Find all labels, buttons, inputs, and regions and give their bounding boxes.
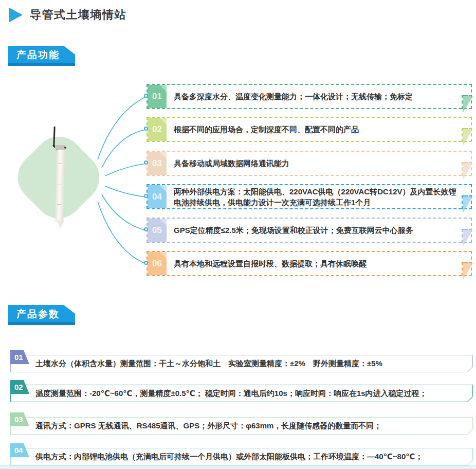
corner-fold-icon <box>462 195 472 209</box>
corner-fold-icon <box>462 162 472 176</box>
param-text: 通讯方式：GPRS 无线通讯、RS485通讯、GPS；外形尺寸：φ63mm，长度… <box>35 421 381 431</box>
feature-item-3: 03 具备移动或局域数据网络通讯能力 <box>147 151 472 176</box>
header-triangle-icon <box>9 8 23 22</box>
features-section-badge: 产品功能 <box>8 46 75 66</box>
corner-fold-icon <box>462 128 472 142</box>
feature-text: 根据不同的应用场合，定制深度不同、配置不同的产品 <box>167 124 471 135</box>
feature-text: 具备移动或局域数据网络通讯能力 <box>167 158 471 169</box>
feature-text: 两种外部供电方案：太阳能供电、220VAC供电（220VAC转DC12V）及内置… <box>167 186 471 208</box>
feature-item-2: 02 根据不同的应用场合，定制深度不同、配置不同的产品 <box>147 117 472 142</box>
feature-item-4: 04 两种外部供电方案：太阳能供电、220VAC供电（220VAC转DC12V）… <box>147 184 472 209</box>
connector-line-6 <box>98 202 146 264</box>
feature-item-1: 01 具备多深度水分、温度变化测量能力；一体化设计；无线传输；免标定 <box>147 84 472 109</box>
params-section-badge: 产品参数 <box>8 305 75 325</box>
connector-line-5 <box>102 194 146 230</box>
param-number-tab: 02 <box>10 380 29 394</box>
feature-text: 具备多深度水分、温度变化测量能力；一体化设计；无线传输；免标定 <box>167 91 471 102</box>
param-text: 土壤水分（体积含水量）测量范围：干土～水分饱和土 实验室测量精度：±2% 野外测… <box>35 359 382 369</box>
corner-fold-icon <box>462 229 472 243</box>
soil-moisture-probe-image <box>56 149 65 222</box>
connector-line-1 <box>98 97 146 159</box>
param-row-3: 03 通讯方式：GPRS 无线通讯、RS485通讯、GPS；外形尺寸：φ63mm… <box>10 417 473 435</box>
feature-text: GPS定位精度≤2.5米；免现场设置和校正设计；免费互联网云中心服务 <box>167 225 471 236</box>
param-text: 温度测量范围：-20℃~60℃，测量精度±0.5℃； 稳定时间：通电后约10s；… <box>35 389 427 399</box>
corner-chamfer-icon <box>467 429 476 439</box>
connector-dot-icon <box>144 94 148 98</box>
param-number-tab: 04 <box>10 443 29 457</box>
param-row-1: 01 土壤水分（体积含水量）测量范围：干土～水分饱和土 实验室测量精度：±2% … <box>10 355 473 372</box>
probe-tip-icon <box>57 221 64 228</box>
corner-fold-icon <box>462 95 472 109</box>
product-sheet: 导管式土壤墒情站 产品功能 01 具备多深度水分、温度变化测量能力；一体化设计；… <box>0 0 476 469</box>
corner-fold-icon <box>462 262 472 276</box>
page-header: 导管式土壤墒情站 <box>9 7 126 23</box>
page-title: 导管式土壤墒情站 <box>30 7 126 23</box>
connector-dot-icon <box>144 261 148 265</box>
connector-line-4 <box>105 186 146 197</box>
param-text: 供电方式：内部锂电池供电（充满电后可持续一个月供电）或外部太阳能板供电；工作环境… <box>35 452 423 462</box>
connector-dot-icon <box>144 227 148 231</box>
param-number-tab: 01 <box>10 350 29 364</box>
connector-line-3 <box>105 164 146 176</box>
probe-cap-icon <box>55 145 65 150</box>
feature-item-6: 06 具有本地和远程设置自报时段、数据提取；具有休眠唤醒 <box>147 251 472 276</box>
feature-text: 具有本地和远程设置自报时段、数据提取；具有休眠唤醒 <box>167 258 471 269</box>
param-number-tab: 03 <box>10 412 29 426</box>
corner-chamfer-icon <box>467 367 476 377</box>
param-row-2: 02 温度测量范围：-20℃~60℃，测量精度±0.5℃； 稳定时间：通电后约1… <box>10 385 473 402</box>
connector-dot-icon <box>144 194 148 198</box>
feature-item-5: 05 GPS定位精度≤2.5米；免现场设置和校正设计；免费互联网云中心服务 <box>147 218 472 243</box>
connector-dot-icon <box>144 127 148 131</box>
connector-dot-icon <box>144 160 148 165</box>
param-row-4: 04 供电方式：内部锂电池供电（充满电后可持续一个月供电）或外部太阳能板供电；工… <box>10 448 473 465</box>
next-row-peek <box>0 465 476 469</box>
corner-chamfer-icon <box>467 396 476 407</box>
